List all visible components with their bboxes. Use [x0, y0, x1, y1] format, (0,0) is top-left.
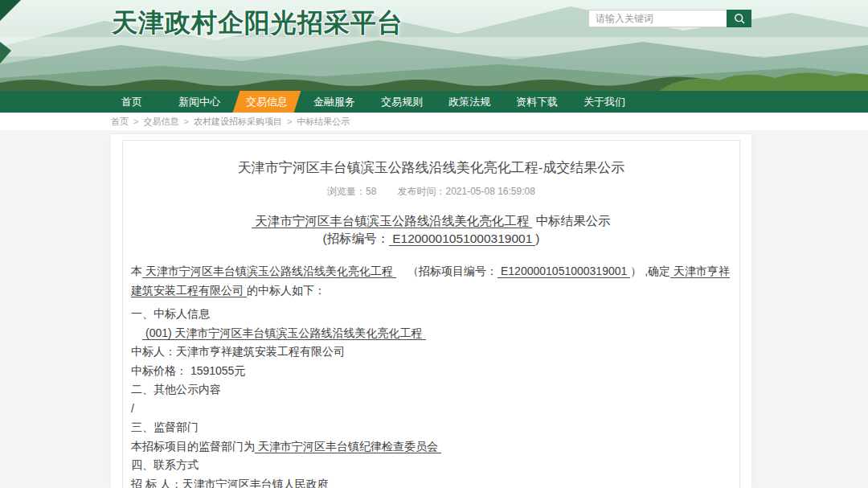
bid-number-line: (招标编号：E1200001051000319001): [131, 230, 731, 248]
nav-item-news[interactable]: 新闻中心: [166, 91, 233, 113]
section-4-title: 四、联系方式: [131, 456, 731, 475]
breadcrumb-separator: >: [183, 117, 188, 126]
bid-number-underlined: E1200001051000319001: [389, 232, 535, 246]
tenderer-value: 天津市宁河区丰台镇人民政府: [182, 478, 329, 488]
article-container: 天津市宁河区丰台镇滨玉公路线沿线美化亮化工程-成交结果公示 浏览量：58发布时间…: [122, 140, 740, 488]
price-unit: 元: [234, 364, 245, 377]
nav-label: 关于我们: [583, 95, 625, 109]
publish-time-label: 发布时间：: [397, 186, 445, 197]
price-line: 中标价格： 1591055元: [131, 362, 731, 381]
nav-item-policy[interactable]: 政策法规: [436, 91, 503, 113]
nav-item-finance[interactable]: 金融服务: [301, 91, 368, 113]
nav-label: 政策法规: [448, 95, 490, 109]
breadcrumb: 首页 > 交易信息 > 农村建设招标采购项目 > 中标结果公示: [0, 113, 868, 130]
article-title: 天津市宁河区丰台镇滨玉公路线沿线美化亮化工程-成交结果公示: [131, 158, 731, 178]
section-3-title: 三、监督部门: [131, 418, 731, 437]
nav-label: 资料下载: [516, 95, 558, 109]
bid-number-suffix: ): [535, 232, 539, 245]
winner-label: 中标人：: [131, 345, 176, 358]
intro-bid-number-underlined: E1200001051000319001: [497, 265, 630, 278]
breadcrumb-separator: >: [133, 117, 138, 126]
section-2-title: 二、其他公示内容: [131, 380, 731, 400]
nav-item-about[interactable]: 关于我们: [571, 91, 638, 113]
supervise-line: 本招标项目的监督部门为天津市宁河区丰台镇纪律检查委员会: [131, 437, 731, 457]
tenderer-label: 招 标 人：: [131, 478, 182, 488]
publish-time-value: 2021-05-08 16:59:08: [445, 186, 534, 197]
section-1-title: 一、中标人信息: [131, 305, 731, 324]
search-icon: [733, 12, 746, 25]
notice-heading-suffix: 中标结果公示: [532, 214, 610, 228]
lot-underlined: (001) 天津市宁河区丰台镇滨玉公路线沿线美化亮化工程: [142, 326, 426, 340]
intro-text: 的中标人如下：: [247, 284, 326, 297]
nav-label: 首页: [121, 95, 142, 109]
supervise-prefix: 本招标项目的监督部门为: [131, 440, 255, 453]
intro-text: ） ,确定: [630, 265, 670, 277]
intro-text: （招标项目编号：: [407, 265, 497, 277]
nav-label: 新闻中心: [178, 95, 220, 109]
tenderer-line: 招 标 人：天津市宁河区丰台镇人民政府: [131, 475, 731, 488]
winner-line: 中标人：天津市亨祥建筑安装工程有限公司: [131, 342, 731, 362]
intro-text: 本: [131, 265, 142, 277]
search-button[interactable]: [727, 10, 751, 27]
winner-value: 天津市亨祥建筑安装工程有限公司: [176, 345, 345, 358]
views-label: 浏览量：: [327, 186, 366, 197]
breadcrumb-link-rural-projects[interactable]: 农村建设招标采购项目: [194, 116, 282, 128]
price-value: 1591055: [190, 364, 235, 377]
nav-item-home[interactable]: 首页: [98, 91, 166, 113]
main-nav: 首页 新闻中心 交易信息 金融服务 交易规则 政策法规 资料下载 关于我们: [0, 91, 868, 113]
breadcrumb-link-home[interactable]: 首页: [111, 116, 129, 128]
nav-label: 交易规则: [381, 95, 423, 109]
site-header: 天津政村企阳光招采平台: [0, 0, 868, 91]
content-card: 天津市宁河区丰台镇滨玉公路线沿线美化亮化工程-成交结果公示 浏览量：58发布时间…: [111, 134, 751, 488]
breadcrumb-separator: >: [287, 117, 292, 126]
notice-heading: 天津市宁河区丰台镇滨玉公路线沿线美化亮化工程 中标结果公示: [131, 212, 731, 230]
bid-number-prefix: (招标编号：: [323, 232, 390, 245]
intro-paragraph: 本天津市宁河区丰台镇滨玉公路线沿线美化亮化工程 （招标项目编号：E1200001…: [131, 262, 731, 300]
section-2-content: /: [131, 400, 731, 419]
page: 天津政村企阳光招采平台 首页 新闻中心 交易信息 金融服务 交易规则 政策法规: [0, 0, 868, 488]
article-body: 本天津市宁河区丰台镇滨玉公路线沿线美化亮化工程 （招标项目编号：E1200001…: [131, 262, 731, 488]
lot-line: (001) 天津市宁河区丰台镇滨玉公路线沿线美化亮化工程: [131, 324, 731, 343]
breadcrumb-link-trade-info[interactable]: 交易信息: [143, 116, 178, 128]
nav-label: 金融服务: [313, 95, 355, 109]
views-count: 58: [366, 186, 376, 197]
search-bar: [588, 10, 751, 27]
nav-item-trade-rules[interactable]: 交易规则: [368, 91, 436, 113]
project-name-underlined: 天津市宁河区丰台镇滨玉公路线沿线美化亮化工程: [252, 214, 532, 228]
intro-project-name-underlined: 天津市宁河区丰台镇滨玉公路线沿线美化亮化工程: [142, 265, 396, 278]
nav-label: 交易信息: [246, 95, 288, 109]
price-label: 中标价格：: [131, 364, 187, 377]
search-input[interactable]: [588, 10, 727, 27]
site-title: 天津政村企阳光招采平台: [112, 6, 403, 41]
breadcrumb-current-page: 中标结果公示: [297, 116, 350, 128]
content-background: 天津市宁河区丰台镇滨玉公路线沿线美化亮化工程-成交结果公示 浏览量：58发布时间…: [0, 130, 868, 488]
nav-item-trade-info[interactable]: 交易信息: [233, 91, 301, 113]
article-meta: 浏览量：58发布时间：2021-05-08 16:59:08: [131, 185, 731, 199]
supervise-dept-underlined: 天津市宁河区丰台镇纪律检查委员会: [255, 440, 441, 453]
nav-item-downloads[interactable]: 资料下载: [503, 91, 571, 113]
